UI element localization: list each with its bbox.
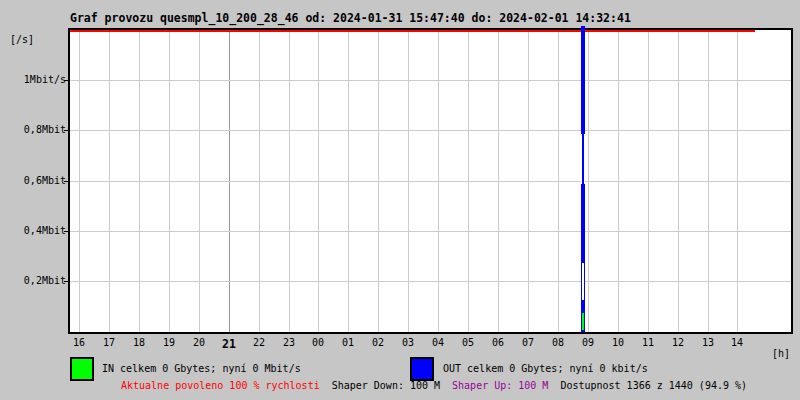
- x-tick-10: 10: [602, 337, 634, 348]
- gridline-0,6Mbit: [70, 181, 791, 182]
- x-tick-07: 07: [512, 337, 544, 348]
- x-tick-22: 22: [243, 337, 275, 348]
- x-tick-02: 02: [362, 337, 394, 348]
- y-axis-tick-mark: [64, 130, 70, 131]
- shaper-down-text: Shaper Down: 100 M: [332, 380, 440, 391]
- x-tick-19: 19: [153, 337, 185, 348]
- grid-container: [70, 30, 791, 332]
- x-tick-12: 12: [662, 337, 694, 348]
- in-legend-swatch: [70, 357, 94, 381]
- out-legend-swatch: [410, 357, 434, 381]
- y-axis-tick-mark: [64, 231, 70, 232]
- x-tick-01: 01: [332, 337, 364, 348]
- spike-thin-gap-right: [584, 134, 585, 184]
- x-tick-05: 05: [452, 337, 484, 348]
- out-traffic-spike: [581, 26, 585, 332]
- traffic-graph: Graf provozu quesmpl_10_200_28_46 od: 20…: [0, 0, 800, 400]
- status-line: Aktualne povoleno 100 % rychlosti Shaper…: [121, 380, 747, 391]
- y-tick-4: 0,2Mbit: [0, 275, 66, 286]
- y-tick-2: 0,6Mbit: [0, 175, 66, 186]
- spike-thin-gap-left: [581, 134, 582, 184]
- x-tick-17: 17: [93, 337, 125, 348]
- availability-text: Dostupnost 1366 z 1440 (94.9 %): [560, 380, 747, 391]
- x-tick-06: 06: [482, 337, 514, 348]
- x-tick-18: 18: [123, 337, 155, 348]
- gridline-0,8Mbit: [70, 130, 791, 131]
- x-tick-16: 16: [63, 337, 95, 348]
- x-tick-11: 11: [632, 337, 664, 348]
- gridline-0,4Mbit: [70, 231, 791, 232]
- x-tick-04: 04: [422, 337, 454, 348]
- x-tick-00: 00: [302, 337, 334, 348]
- y-axis-unit: [/s]: [10, 34, 34, 45]
- in-legend-label: IN celkem 0 Gbytes; nyní 0 Mbit/s: [102, 363, 301, 374]
- out-legend-label: OUT celkem 0 Gbytes; nyní 0 kbit/s: [443, 363, 648, 374]
- plot-area: [68, 28, 793, 334]
- gridline-1Mbit/s: [70, 80, 791, 81]
- x-axis-unit: [h]: [750, 348, 790, 359]
- x-tick-20: 20: [183, 337, 215, 348]
- x-tick-08: 08: [542, 337, 574, 348]
- spike-hollow-segment: [582, 263, 584, 300]
- max-speed-line: [70, 30, 755, 32]
- x-tick-14: 14: [721, 337, 753, 348]
- y-tick-0: 1Mbit/s: [0, 74, 66, 85]
- graph-title: Graf provozu quesmpl_10_200_28_46 od: 20…: [70, 11, 631, 25]
- x-tick-09: 09: [572, 337, 604, 348]
- in-traffic-spike: [582, 313, 584, 330]
- gridline-0,2Mbit: [70, 281, 791, 282]
- y-axis-tick-mark: [64, 80, 70, 81]
- shaper-up-text: Shaper Up: 100 M: [452, 380, 548, 391]
- allowed-speed-text: Aktualne povoleno 100 % rychlosti: [121, 380, 320, 391]
- y-axis-tick-mark: [64, 181, 70, 182]
- y-tick-1: 0,8Mbit: [0, 124, 66, 135]
- x-tick-13: 13: [692, 337, 724, 348]
- y-tick-3: 0,4Mbit: [0, 225, 66, 236]
- x-tick-21: 21: [213, 337, 245, 351]
- y-axis-tick-mark: [64, 281, 70, 282]
- x-tick-03: 03: [392, 337, 424, 348]
- x-tick-23: 23: [273, 337, 305, 348]
